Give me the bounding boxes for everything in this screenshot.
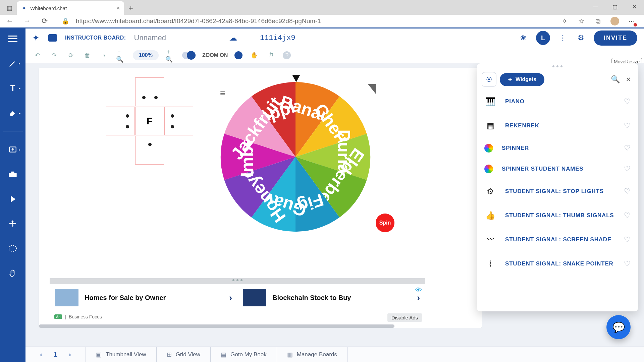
spinner-pointer-icon: [292, 75, 300, 82]
search-icon[interactable]: 🔍: [611, 75, 620, 84]
board-label: INSTRUCTOR BOARD:: [65, 35, 126, 41]
ads-visibility-icon[interactable]: 👁: [415, 286, 422, 294]
trash-icon[interactable]: 🗑: [83, 50, 93, 60]
favorites-icon[interactable]: ☆: [576, 16, 586, 26]
widget-item-label: REKENREK: [505, 122, 615, 129]
whiteboard-canvas[interactable]: F ≡ AppleBan: [39, 68, 482, 328]
disable-ads-button[interactable]: Disable Ads: [387, 313, 422, 322]
ad-card[interactable]: Homes for Sale by Owner ›: [50, 284, 237, 311]
category-icon[interactable]: ⦿: [482, 72, 496, 87]
collections-icon[interactable]: ⧉: [593, 16, 603, 26]
cloud-save-icon[interactable]: ☁: [229, 33, 237, 43]
zoom-in-icon[interactable]: ＋🔍: [165, 50, 175, 60]
widget-item[interactable]: ▦REKENREK♡: [477, 114, 638, 138]
url-input[interactable]: 🔒 https://www.whiteboard.chat/board/f042…: [56, 15, 553, 27]
maximize-icon[interactable]: ▢: [605, 0, 625, 13]
reload-canvas-icon[interactable]: ⟳: [66, 50, 76, 60]
manage-boards-button[interactable]: ▥Manage Boards: [277, 347, 347, 362]
dice-net[interactable]: F: [106, 77, 193, 165]
spinner-widget[interactable]: ≡ AppleBananaCherryDurianElderberryFigGu…: [217, 75, 374, 236]
profile-avatar-icon[interactable]: [610, 16, 620, 26]
help-icon[interactable]: ?: [283, 51, 291, 59]
panel-drag-handle-icon[interactable]: [477, 63, 638, 69]
flower-icon[interactable]: ❀: [518, 33, 529, 43]
favorite-heart-icon[interactable]: ♡: [624, 121, 631, 130]
favorite-heart-icon[interactable]: ♡: [624, 187, 631, 196]
hand-pan-icon[interactable]: ✋: [249, 50, 259, 60]
canvas-wrap: F ≡ AppleBan: [25, 63, 644, 347]
settings-gear-icon[interactable]: ⚙: [576, 33, 586, 43]
minimize-icon[interactable]: —: [586, 0, 605, 13]
favorite-heart-icon[interactable]: ♡: [624, 259, 631, 268]
upload-tool-icon[interactable]: ▸: [5, 143, 20, 156]
text-tool-icon[interactable]: T▸: [5, 81, 20, 95]
piano-icon: 🎹: [484, 96, 496, 108]
widgets-tab[interactable]: ✦ Widgets: [500, 73, 544, 86]
kebab-menu-icon[interactable]: ⋮: [557, 33, 568, 43]
hamburger-menu-icon[interactable]: [5, 32, 20, 45]
widget-item[interactable]: SPINNER♡: [477, 138, 638, 159]
back-icon[interactable]: ←: [4, 15, 15, 27]
thumbnail-view-button[interactable]: ▣Thumbnail View: [86, 347, 157, 362]
timer-icon[interactable]: ⏱: [266, 50, 276, 60]
close-window-icon[interactable]: ✕: [625, 0, 644, 13]
user-avatar[interactable]: L: [536, 31, 550, 45]
color-swatch[interactable]: [234, 51, 243, 59]
app-logo-icon[interactable]: ✦: [32, 33, 42, 43]
widget-item[interactable]: ⚙STUDENT SIGNAL: STOP LIGHTS♡: [477, 179, 638, 203]
close-panel-icon[interactable]: ✕: [623, 74, 633, 84]
refresh-icon[interactable]: ⟳: [39, 15, 50, 27]
goto-my-book-button[interactable]: ▤Goto My Book: [211, 347, 277, 362]
toolbox-icon[interactable]: [5, 168, 20, 181]
zoom-toggle-label: ZOOM ON: [202, 52, 228, 58]
prev-page-icon[interactable]: ‹: [40, 351, 42, 358]
browser-tab[interactable]: ✦ Whiteboard.chat ×: [17, 1, 124, 15]
widget-item[interactable]: 〰STUDENT SIGNAL: SCREEN SHADE♡: [477, 228, 638, 252]
ad-thumbnail: [55, 289, 78, 306]
trash-chevron-icon[interactable]: ▾: [99, 50, 109, 60]
invite-button[interactable]: INVITE: [594, 31, 637, 46]
undo-icon[interactable]: ↶: [32, 50, 42, 60]
favorite-heart-icon[interactable]: ♡: [624, 144, 631, 153]
ads-drag-handle-icon[interactable]: [232, 279, 243, 281]
widget-item[interactable]: SPINNER STUDENT NAMES♡: [477, 159, 638, 179]
spinner-wheel[interactable]: AppleBananaCherryDurianElderberryFigGuav…: [217, 78, 374, 236]
next-page-icon[interactable]: ›: [69, 351, 71, 358]
redo-icon[interactable]: ↷: [49, 50, 59, 60]
widget-item[interactable]: ⌇STUDENT SIGNAL: SNAKE POINTER♡: [477, 252, 638, 276]
zoom-value[interactable]: 100%: [133, 50, 159, 60]
chat-fab-icon[interactable]: 💬: [606, 315, 631, 339]
move-tool-icon[interactable]: [5, 217, 20, 231]
widget-item[interactable]: 👍STUDENT SIGNAL: THUMB SIGNALS♡: [477, 203, 638, 228]
zoom-out-icon[interactable]: －🔍: [116, 50, 126, 60]
favorite-heart-icon[interactable]: ♡: [624, 211, 631, 220]
play-tool-icon[interactable]: [5, 192, 20, 206]
snake-icon: ⌇: [484, 258, 496, 270]
join-code[interactable]: 111i4jx9: [260, 34, 296, 42]
zoom-toggle[interactable]: [182, 52, 196, 59]
tab-actions-icon[interactable]: ▦: [2, 1, 17, 15]
read-aloud-icon[interactable]: ✧: [559, 16, 570, 26]
grid-view-button[interactable]: ⊞Grid View: [157, 347, 211, 362]
new-tab-button[interactable]: ＋: [124, 1, 138, 15]
rainbow-icon: [484, 165, 493, 173]
eraser-tool-icon[interactable]: ▸: [5, 106, 20, 120]
favorite-heart-icon[interactable]: ♡: [624, 97, 631, 106]
pen-tool-icon[interactable]: ▸: [5, 57, 20, 70]
lasso-tool-icon[interactable]: [5, 242, 20, 255]
widget-item[interactable]: 🎹PIANO♡: [477, 89, 638, 114]
widget-item-label: STUDENT SIGNAL: SNAKE POINTER: [505, 260, 615, 267]
horizontal-scrollbar[interactable]: [39, 324, 394, 328]
widgets-list[interactable]: 🎹PIANO♡▦REKENREK♡SPINNER♡SPINNER STUDENT…: [477, 89, 638, 311]
menu-overflow-icon[interactable]: ⋯: [627, 16, 637, 26]
page-number: 1: [54, 351, 57, 358]
gesture-tool-icon[interactable]: [5, 267, 20, 280]
favorite-heart-icon[interactable]: ♡: [624, 235, 631, 244]
app-bottom-bar: ‹ 1 › ▣Thumbnail View⊞Grid View▤Goto My …: [25, 347, 644, 362]
rainbow-icon: [484, 144, 493, 153]
ad-card[interactable]: Blockchain Stock to Buy ›: [237, 284, 425, 311]
board-name[interactable]: Unnamed: [134, 34, 166, 42]
favorite-heart-icon[interactable]: ♡: [624, 165, 631, 173]
spin-button[interactable]: Spin: [376, 214, 394, 232]
close-tab-icon[interactable]: ×: [116, 5, 120, 12]
